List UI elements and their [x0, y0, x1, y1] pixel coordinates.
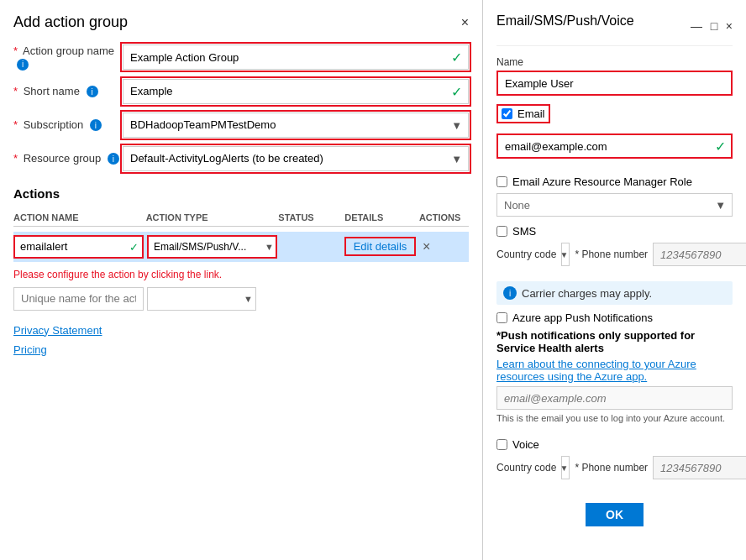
email-role-label: Email Azure Resource Manager Role	[512, 175, 692, 188]
resource-group-label: * Resource group i	[13, 152, 123, 165]
voice-section: Voice Country code 1 ▼ * Phone number	[496, 438, 733, 479]
sms-row: Country code 1 ▼ * Phone number	[496, 243, 733, 266]
email-role-section: Email Azure Resource Manager Role None ▼	[496, 175, 733, 217]
voice-label: Voice	[512, 438, 539, 451]
action-group-name-checkmark: ✓	[451, 50, 462, 65]
voice-country-code-label: Country code	[496, 462, 556, 474]
subscription-label: * Subscription i	[13, 118, 123, 132]
col-header-actions: ACTIONS	[419, 212, 469, 222]
resource-group-dropdown[interactable]: Default-ActivityLogAlerts (to be created…	[123, 146, 469, 171]
email-role-checkbox[interactable]	[496, 176, 507, 187]
name-input[interactable]	[496, 71, 733, 96]
short-name-checkmark: ✓	[451, 83, 462, 99]
country-code-label: Country code	[496, 249, 556, 260]
push-description: *Push notifications only supported for S…	[496, 329, 733, 354]
actions-table: ACTION NAME ACTION TYPE STATUS DETAILS A…	[13, 209, 469, 265]
new-action-type-dropdown[interactable]	[147, 287, 256, 311]
action-group-name-input[interactable]	[123, 44, 469, 70]
short-name-info-icon[interactable]: i	[87, 86, 98, 97]
col-header-details: DETAILS	[344, 212, 419, 222]
email-role-dropdown[interactable]: None	[496, 193, 733, 217]
privacy-statement-link[interactable]: Privacy Statement	[13, 324, 469, 337]
short-name-label: * Short name i	[13, 85, 123, 98]
voice-phone-input[interactable]	[653, 456, 746, 479]
sms-label: SMS	[512, 225, 536, 238]
email-input-wrapper: ✓	[496, 133, 733, 159]
right-panel-title: Email/SMS/Push/Voice	[496, 13, 634, 29]
left-close-button[interactable]: ×	[461, 15, 469, 30]
subscription-info-icon[interactable]: i	[90, 119, 102, 131]
carrier-notice: i Carrier charges may apply.	[496, 281, 733, 305]
new-action-name-input[interactable]	[13, 287, 144, 311]
email-section: Email ✓	[496, 104, 733, 167]
action-name-checkmark: ✓	[129, 240, 139, 253]
short-name-input[interactable]	[123, 79, 469, 104]
left-panel-title: Add action group	[13, 13, 128, 31]
new-action-row: ▼	[13, 287, 469, 311]
subscription-dropdown[interactable]: BDHadoopTeamPMTestDemo	[123, 113, 469, 138]
email-checkbox[interactable]	[502, 108, 512, 119]
action-group-name-label: * Action group name i	[13, 44, 123, 71]
push-hint-text: This is the email you use to log into yo…	[496, 413, 733, 423]
azure-app-link[interactable]: Learn about the connecting to your Azure…	[496, 358, 696, 383]
email-checkbox-label: Email	[517, 107, 545, 120]
email-checkmark: ✓	[715, 139, 726, 154]
push-checkbox[interactable]	[496, 312, 507, 323]
sms-section: SMS Country code 1 ▼ * Phone number	[496, 225, 733, 266]
voice-row: Country code 1 ▼ * Phone number	[496, 456, 733, 479]
sms-country-code-dropdown[interactable]: 1	[561, 243, 570, 266]
error-message: Please configure the action by clicking …	[13, 269, 469, 280]
sms-phone-input[interactable]	[653, 243, 746, 266]
action-name-input[interactable]	[13, 235, 144, 259]
push-label: Azure app Push Notifications	[512, 311, 653, 324]
edit-details-link[interactable]: Edit details	[344, 237, 416, 256]
sms-checkbox[interactable]	[496, 226, 507, 237]
action-group-name-info-icon[interactable]: i	[17, 59, 29, 71]
carrier-info-icon: i	[503, 286, 517, 300]
name-input-wrapper	[496, 71, 733, 96]
action-row: ✓ Email/SMS/Push/V... ▼ Edit details ×	[13, 232, 469, 262]
actions-section-title: Actions	[13, 186, 469, 201]
right-maximize-button[interactable]: □	[711, 19, 717, 33]
col-header-action-name: ACTION NAME	[13, 212, 146, 222]
col-header-action-type: ACTION TYPE	[146, 212, 279, 222]
voice-checkbox[interactable]	[496, 439, 507, 450]
name-field-label: Name	[496, 56, 733, 68]
push-section: Azure app Push Notifications *Push notif…	[496, 311, 733, 430]
resource-group-info-icon[interactable]: i	[108, 153, 119, 165]
action-type-dropdown[interactable]: Email/SMS/Push/V...	[147, 235, 277, 259]
ok-button[interactable]: OK	[586, 503, 644, 526]
right-minimize-button[interactable]: —	[691, 19, 702, 33]
push-email-input[interactable]	[496, 386, 733, 410]
pricing-link[interactable]: Pricing	[13, 343, 469, 356]
col-header-status: STATUS	[278, 212, 344, 222]
email-input[interactable]	[496, 133, 733, 159]
voice-country-code-dropdown[interactable]: 1	[561, 456, 570, 479]
voice-phone-label: * Phone number	[575, 462, 648, 474]
action-delete-button[interactable]: ×	[423, 239, 430, 254]
right-close-button[interactable]: ×	[726, 19, 733, 33]
phone-number-label: * Phone number	[575, 249, 648, 260]
